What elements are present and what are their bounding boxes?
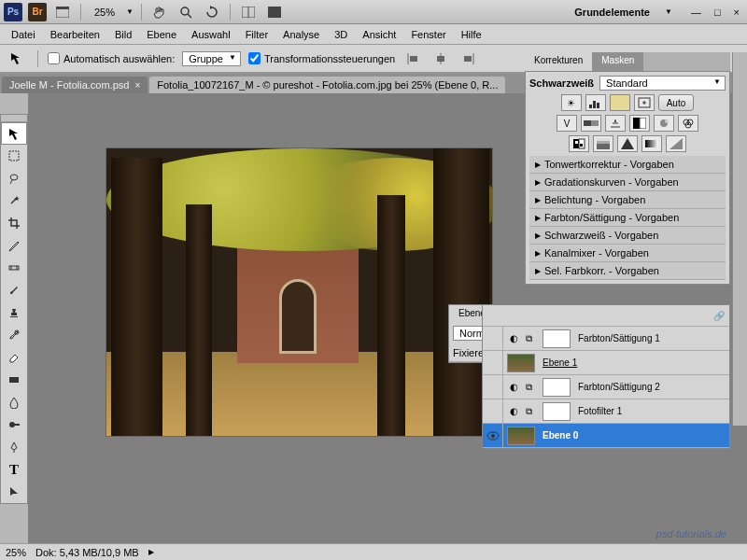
doc-tab-1[interactable]: Joelle M - Fotolia.com.psd × (2, 77, 148, 93)
close-tab-icon[interactable]: × (134, 80, 140, 91)
arrange-docs-icon[interactable] (238, 2, 259, 22)
layer-row-3[interactable]: ◐⧉ Fotofilter 1 (483, 399, 729, 424)
status-arrow-icon[interactable]: ▶ (148, 548, 154, 556)
document-canvas[interactable] (106, 147, 493, 437)
bw-icon[interactable] (629, 115, 650, 132)
preset-kanalmixer[interactable]: ▶Kanalmixer - Vorgaben (529, 245, 726, 262)
lasso-tool-icon[interactable] (1, 167, 27, 189)
preset-schwarzweiss[interactable]: ▶Schwarzweiß - Vorgaben (529, 227, 726, 245)
menu-bearbeiten[interactable]: Bearbeiten (43, 26, 107, 43)
preset-belichtung[interactable]: ▶Belichtung - Vorgaben (529, 191, 726, 209)
hand-tool-icon[interactable] (149, 2, 170, 22)
layer-link-icon[interactable]: 🔗 (712, 309, 726, 322)
zoom-tool-icon[interactable] (176, 2, 196, 22)
healing-tool-icon[interactable] (1, 257, 27, 279)
menu-fenster[interactable]: Fenster (403, 26, 453, 43)
hue-sat-icon[interactable] (581, 115, 601, 132)
layer-name[interactable]: Fotofilter 1 (574, 406, 622, 416)
type-tool-icon[interactable]: T (1, 458, 27, 481)
menu-bild[interactable]: Bild (107, 26, 139, 43)
photo-filter-icon[interactable] (654, 115, 674, 132)
brightness-icon[interactable]: ☀ (561, 94, 582, 111)
blur-tool-icon[interactable] (1, 391, 27, 413)
layer-name[interactable]: Farbton/Sättigung 2 (574, 382, 660, 392)
minimize-icon[interactable]: — (687, 7, 705, 18)
layer-thumb[interactable] (507, 354, 535, 372)
layer-row-2[interactable]: ◐⧉ Farbton/Sättigung 2 (483, 375, 729, 399)
bridge-icon[interactable]: Br (28, 3, 47, 21)
status-docsize[interactable]: Dok: 5,43 MB/10,9 MB (35, 547, 139, 558)
align-icon-2[interactable] (430, 49, 451, 69)
channel-mixer-icon[interactable] (678, 115, 698, 132)
layer-row-4[interactable]: Ebene 0 (483, 424, 729, 448)
menu-datei[interactable]: Datei (4, 26, 43, 43)
layer-name[interactable]: Ebene 1 (539, 357, 577, 368)
auto-select-target-dropdown[interactable]: Gruppe (182, 51, 241, 66)
tint-swatch-icon[interactable] (610, 94, 630, 111)
align-icon-1[interactable] (402, 49, 423, 69)
layer-thumb[interactable] (507, 427, 535, 445)
photoshop-icon[interactable]: Ps (4, 3, 22, 21)
brush-tool-icon[interactable] (1, 279, 27, 301)
preset-farbton[interactable]: ▶Farbton/Sättigung - Vorgaben (529, 209, 726, 227)
tab-masken[interactable]: Masken (592, 52, 643, 71)
vibrance-icon[interactable]: V (557, 115, 577, 132)
layer-row-0[interactable]: ◐⧉ Farbton/Sättigung 1 (483, 327, 729, 351)
zoom-level[interactable]: 25% (89, 7, 120, 18)
layer-row-1[interactable]: Ebene 1 (483, 351, 729, 375)
menu-filter[interactable]: Filter (238, 26, 275, 43)
menu-ansicht[interactable]: Ansicht (355, 26, 403, 43)
layer-name[interactable]: Farbton/Sättigung 1 (574, 333, 660, 343)
preset-gradation[interactable]: ▶Gradationskurven - Vorgaben (529, 174, 726, 191)
collapsed-panel-dock[interactable] (732, 52, 747, 426)
zoom-dropdown-icon[interactable]: ▼ (126, 7, 134, 16)
posterize-icon[interactable] (593, 135, 613, 152)
tab-korrekturen[interactable]: Korrekturen (525, 52, 592, 71)
eyedropper-tool-icon[interactable] (1, 234, 27, 257)
screen-mode-icon[interactable] (264, 2, 285, 22)
dodge-tool-icon[interactable] (1, 413, 27, 436)
menu-ebene[interactable]: Ebene (139, 26, 184, 43)
close-icon[interactable]: × (730, 7, 743, 18)
preset-dropdown[interactable]: Standard (599, 76, 726, 91)
invert-icon[interactable] (569, 135, 589, 152)
maximize-icon[interactable]: □ (711, 7, 725, 18)
gradient-map-icon[interactable] (641, 135, 662, 152)
layer-thumb[interactable] (543, 329, 571, 348)
threshold-icon[interactable] (617, 135, 638, 152)
selective-color-icon[interactable] (666, 135, 686, 152)
history-brush-icon[interactable] (1, 324, 27, 346)
visibility-toggle-icon[interactable] (483, 351, 503, 375)
visibility-toggle-icon[interactable] (483, 327, 503, 351)
align-icon-3[interactable] (458, 49, 479, 69)
move-tool-icon[interactable] (1, 122, 27, 145)
layout-dropdown-icon[interactable] (52, 2, 73, 22)
transform-controls-checkbox[interactable] (248, 52, 261, 64)
eraser-tool-icon[interactable] (1, 346, 27, 369)
doc-tab-2[interactable]: Fotolia_10072167_M - © pureshot - Fotoli… (149, 77, 505, 93)
pen-tool-icon[interactable] (1, 436, 27, 458)
preset-tonwert[interactable]: ▶Tonwertkorrektur - Vorgaben (529, 156, 726, 174)
marquee-tool-icon[interactable] (1, 145, 27, 167)
layer-name[interactable]: Ebene 0 (539, 430, 578, 441)
visibility-toggle-icon[interactable] (483, 424, 503, 448)
stamp-tool-icon[interactable] (1, 301, 27, 324)
workspace-dropdown-icon[interactable]: ▼ (665, 7, 672, 16)
menu-hilfe[interactable]: Hilfe (454, 26, 489, 43)
layer-thumb[interactable] (543, 402, 571, 421)
auto-button[interactable]: Auto (658, 94, 695, 111)
layer-thumb[interactable] (543, 378, 571, 397)
color-balance-icon[interactable] (605, 115, 626, 132)
wand-tool-icon[interactable] (1, 189, 27, 212)
visibility-toggle-icon[interactable] (483, 375, 503, 399)
menu-auswahl[interactable]: Auswahl (184, 26, 238, 43)
gradient-tool-icon[interactable] (1, 369, 27, 391)
toolbox-grip[interactable] (1, 115, 27, 122)
crop-tool-icon[interactable] (1, 212, 27, 234)
workspace-switcher[interactable]: Grundelemente (565, 7, 659, 18)
path-select-icon[interactable] (1, 481, 27, 503)
levels-icon[interactable] (585, 94, 606, 111)
rotate-view-icon[interactable] (202, 2, 222, 22)
exposure-icon[interactable] (634, 94, 655, 111)
auto-select-checkbox[interactable] (48, 52, 60, 64)
